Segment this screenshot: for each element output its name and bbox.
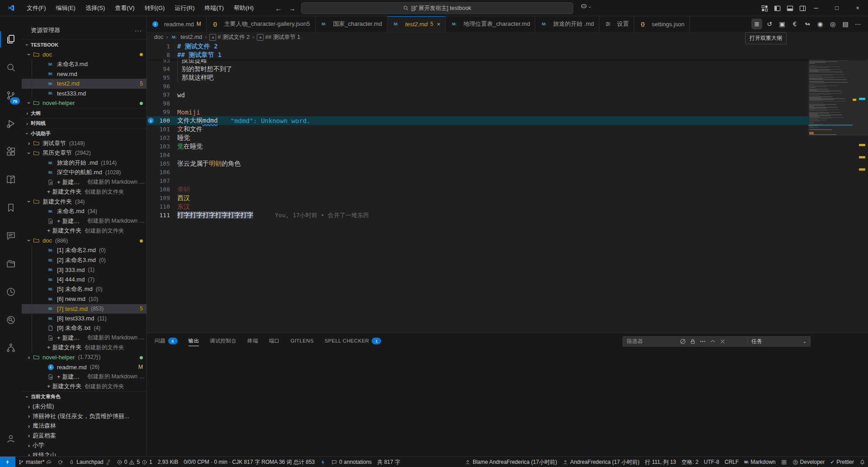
novel-helper-2-icon[interactable]: ↬	[802, 19, 813, 29]
section-当前文章角色[interactable]: ›当前文章角色	[22, 391, 146, 402]
tree-item-+ 新建文件夹[interactable]: + 新建文件夹创建新的文件夹	[22, 343, 146, 353]
status-word-stats[interactable]: 0/0/0 CPM · 0 min · CJK 817 字 ROMA 36 词 …	[181, 457, 317, 467]
code-line-99[interactable]: 99Momiji	[146, 108, 808, 116]
output-channel-select[interactable]: 任务 ⌄	[747, 336, 811, 347]
tree-item-[3] 333.md[interactable]: M↓[3] 333.md(1)	[22, 265, 146, 275]
tree-item-[7] test2.md[interactable]: M↓[7] test2.md(853)5	[22, 304, 146, 314]
activity-source-control-icon[interactable]: 75	[0, 85, 22, 106]
section-大纲[interactable]: ›大纲	[22, 108, 146, 119]
more-icon[interactable]	[698, 337, 707, 346]
close-button[interactable]: ×	[847, 0, 868, 15]
nav-back-icon[interactable]: ←	[273, 3, 284, 13]
maximize-panel-icon[interactable]	[708, 337, 717, 346]
tree-item-黑历史章节[interactable]: ›黑历史章节(2942)	[22, 148, 146, 158]
menu-6[interactable]: 终端(T)	[199, 2, 229, 14]
code-line-96[interactable]: 96	[146, 82, 808, 91]
code-line-101[interactable]: 101文和文件	[146, 125, 808, 133]
status-profile[interactable]: Developer	[790, 457, 828, 467]
split-editor-icon[interactable]: ▤	[840, 19, 851, 29]
panel-tab-GITLENS[interactable]: GITLENS	[290, 333, 313, 348]
tree-item-妖怪之山[interactable]: ›妖怪之山	[22, 450, 146, 456]
code-line-104[interactable]: 104	[146, 151, 808, 159]
menu-0[interactable]: 文件(F)	[22, 2, 51, 14]
activity-folder-library-icon[interactable]	[0, 253, 22, 275]
activity-run-debug-icon[interactable]	[0, 113, 22, 134]
toggle-sidebar-icon[interactable]	[772, 4, 782, 13]
remote-indicator[interactable]	[0, 457, 15, 467]
tree-item-[5] 未命名.md[interactable]: M↓[5] 未命名.md(0)	[22, 285, 146, 295]
activity-accounts-icon[interactable]	[0, 428, 22, 449]
nav-forward-icon[interactable]: →	[287, 3, 297, 13]
breadcrumb-item[interactable]: M↓test2.md	[170, 33, 202, 41]
tree-item-深空中的航船.md[interactable]: M↓深空中的航船.md(1028)	[22, 168, 146, 178]
status-flash[interactable]	[317, 457, 329, 467]
code-line-111[interactable]: 111打字打字打字打字打字打字You, 17小时前 • 合并了一堆东西	[146, 211, 808, 219]
panel-tab-端口[interactable]: 端口	[269, 333, 280, 348]
tab-readme.md[interactable]: ireadme.mdM	[146, 16, 207, 32]
clear-output-icon[interactable]	[678, 337, 687, 346]
tab-国家_character.md[interactable]: M↓国家_character.md	[316, 16, 387, 32]
status-annotations[interactable]: 0 annotations	[329, 457, 374, 467]
code-line-108[interactable]: 108秦朝	[146, 185, 808, 194]
status-encoding[interactable]: UTF-8	[701, 457, 722, 467]
status-launchpad[interactable]: Launchpad	[66, 457, 113, 467]
code-line-97[interactable]: 97wd	[146, 91, 808, 99]
more-actions-icon[interactable]: ···	[135, 27, 142, 34]
status-file-size[interactable]: 2.93 KiB	[155, 457, 181, 467]
panel-tab-SPELL CHECKER[interactable]: SPELL CHECKER1	[325, 333, 382, 348]
code-line-95[interactable]: 95那就这样吧	[146, 73, 808, 82]
tree-item-+ 新建文章[interactable]: + 新建文章创建新的 Markdown 或...	[22, 333, 146, 343]
code-line-109[interactable]: 109西汉	[146, 194, 808, 202]
maximize-button[interactable]: □	[826, 0, 847, 15]
panel-tab-输出[interactable]: 输出	[189, 333, 199, 348]
tree-item-+ 新建文件夹[interactable]: + 新建文件夹创建新的文件夹	[22, 226, 146, 236]
tree-item-测试章节[interactable]: ›测试章节(3149)	[22, 138, 146, 148]
status-problems[interactable]: 051	[114, 457, 155, 467]
close-panel-icon[interactable]	[718, 337, 727, 346]
tree-item-test2.md[interactable]: M↓test2.md5	[22, 79, 146, 89]
section-小说助手[interactable]: ›小说助手	[22, 129, 146, 139]
tree-item-novel-helper[interactable]: ›novel-helper(1.732万)	[22, 353, 146, 362]
panel-tab-终端[interactable]: 终端	[247, 333, 258, 348]
tree-item-readme.md[interactable]: ireadme.md(26)M	[22, 362, 146, 372]
tree-item-+ 新建文章[interactable]: + 新建文章创建新的 Markdown 或...	[22, 372, 146, 382]
tree-item-博丽神社 (现任巫女，负责维护博丽...[interactable]: ›博丽神社 (现任巫女，负责维护博丽...	[22, 411, 146, 421]
tab-主要人物_character-gallery.json5[interactable]: {}主要人物_character-gallery.json5	[207, 16, 316, 32]
tree-item-doc[interactable]: ›doc(886)	[22, 236, 146, 246]
timeline-icon[interactable]: ↺	[764, 19, 775, 29]
status-indentation[interactable]: 空格: 2	[679, 457, 701, 467]
code-line-107[interactable]: 107	[146, 176, 808, 185]
status-language-mode[interactable]: M↓Markdown	[741, 457, 778, 467]
tree-item-旅途的开始 .md[interactable]: M↓旅途的开始 .md(1914)	[22, 158, 146, 168]
code-line-94[interactable]: 94别的暂时想不到了	[146, 65, 808, 73]
activity-novel-helper-book-icon[interactable]	[0, 169, 22, 191]
dual-outline-icon[interactable]: ≣	[751, 19, 762, 29]
section-TESTBOOK[interactable]: ›TESTBOOK	[22, 39, 146, 50]
code-line-110[interactable]: 110东汉	[146, 202, 808, 211]
tree-item-[4] 444.md[interactable]: M↓[4] 444.md(7)	[22, 275, 146, 285]
tree-item-未命名3.md[interactable]: M↓未命名3.md	[22, 59, 146, 69]
tree-item-+ 新建文件夹[interactable]: + 新建文件夹创建新的文件夹	[22, 187, 146, 197]
activity-bookmarks-icon[interactable]	[0, 197, 22, 219]
novel-helper-1-icon[interactable]: €	[789, 19, 800, 29]
tree-item-未命名.md[interactable]: M↓未命名.md(34)	[22, 207, 146, 217]
tree-item-蔚蓝档案[interactable]: ›蔚蓝档案	[22, 431, 146, 441]
tree-item-+ 新建文章[interactable]: + 新建文章创建新的 Markdown 或...	[22, 177, 146, 187]
tab-地理位置表_character.md[interactable]: M↓地理位置表_character.md	[446, 16, 535, 32]
tree-item-doc[interactable]: ›doc	[22, 50, 146, 60]
tab-设置[interactable]: 设置	[599, 16, 634, 32]
tree-item-新建文件夹[interactable]: ›新建文件夹(34)	[22, 197, 146, 207]
preview-icon[interactable]: ▣	[777, 19, 788, 29]
activity-explorer-icon[interactable]	[0, 29, 22, 50]
status-gitlens-blame[interactable]: Blame AndreaFrederica (17小时前)	[462, 457, 560, 467]
menu-2[interactable]: 选择(S)	[80, 2, 110, 14]
section-时间线[interactable]: ›时间线	[22, 118, 146, 129]
tree-item-小学[interactable]: ›小学	[22, 441, 146, 451]
tree-item-+ 新建文件夹[interactable]: + 新建文件夹创建新的文件夹	[22, 382, 146, 392]
tree-item-test333.md[interactable]: M↓test333.md	[22, 89, 146, 99]
status-extension-grid[interactable]	[778, 457, 790, 467]
panel-tab-调试控制台[interactable]: 调试控制台	[210, 333, 236, 348]
tree-item-(未分组)[interactable]: ›(未分组)	[22, 402, 146, 412]
lock-scroll-icon[interactable]	[688, 337, 697, 346]
code-line-105[interactable]: 105张云龙属于明朝的角色	[146, 159, 808, 168]
